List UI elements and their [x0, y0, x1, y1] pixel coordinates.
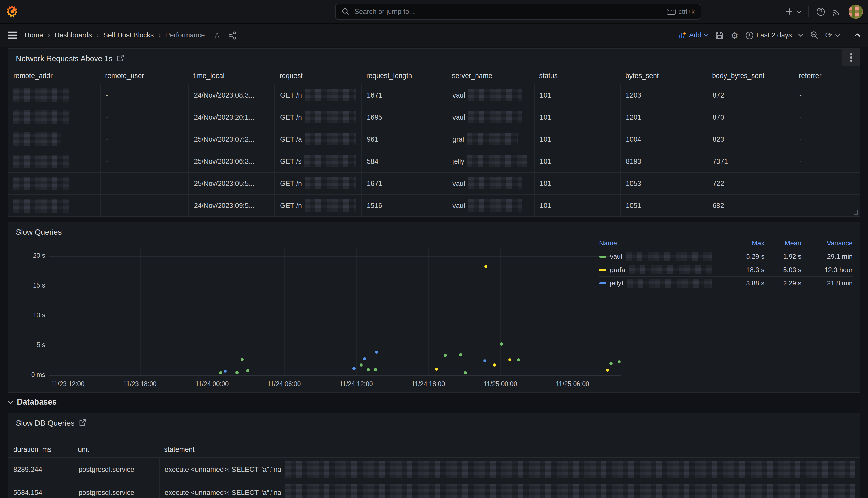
table-header-row: duration_msunitstatement [8, 441, 860, 457]
data-point-vaul[interactable] [374, 368, 377, 371]
data-point-vaul[interactable] [246, 369, 249, 372]
redacted-content [467, 133, 518, 145]
redacted-content [304, 133, 356, 145]
data-point-jellyf[interactable] [224, 370, 227, 373]
panel-menu-button[interactable] [842, 49, 860, 66]
data-point-jellyf[interactable] [375, 351, 378, 354]
column-header-request_length[interactable]: request_length [361, 67, 447, 84]
data-point-vaul[interactable] [444, 353, 447, 356]
panel-title[interactable]: Network Requests Above 1s [16, 54, 113, 62]
legend-series-name[interactable]: jellyf [599, 279, 728, 288]
column-header-remote_user[interactable]: remote_user [100, 67, 188, 84]
menu-icon[interactable] [8, 31, 17, 39]
external-link-icon[interactable] [79, 419, 86, 426]
redacted-content [304, 199, 356, 211]
cell: GET /n [274, 106, 361, 128]
slow-db-table: duration_msunitstatement8289.244postgres… [8, 441, 860, 498]
series-color-pill [599, 255, 606, 258]
column-header-status[interactable]: status [534, 67, 620, 84]
redacted-content [304, 155, 356, 167]
data-point-vaul[interactable] [240, 357, 243, 361]
zoom-out-icon[interactable] [810, 31, 818, 40]
cell: 5684.154 [8, 481, 73, 498]
star-icon[interactable]: ☆ [213, 30, 221, 40]
add-button[interactable]: Add [678, 31, 709, 39]
settings-icon[interactable]: ⚙ [731, 30, 739, 40]
column-header-remote_addr[interactable]: remote_addr [8, 67, 100, 84]
column-header-server_name[interactable]: server_name [447, 67, 534, 84]
legend-column-max[interactable]: Max [728, 239, 764, 247]
data-point-grafa[interactable] [493, 364, 496, 367]
data-point-jellyf[interactable] [483, 359, 486, 363]
refresh-button[interactable]: ⟳ [825, 30, 840, 40]
x-axis-tick: 11/24 06:00 [267, 380, 301, 388]
breadcrumb-item[interactable]: Home [25, 31, 43, 39]
help-icon[interactable] [816, 7, 825, 16]
breadcrumb-item[interactable]: Self Host Blocks [103, 31, 154, 39]
x-axis-tick: 11/25 06:00 [556, 380, 589, 388]
news-icon[interactable] [832, 7, 841, 16]
cell: 870 [707, 106, 794, 128]
refresh-icon: ⟳ [825, 30, 832, 40]
data-point-vaul[interactable] [367, 368, 370, 371]
legend-column-variance[interactable]: Variance [801, 239, 853, 247]
cell: 7371 [707, 150, 794, 172]
panel-slow-queries: Slow Queries 0 ms5 s10 s15 s20 s11/23 12… [8, 222, 860, 393]
cell: GET /n [274, 195, 361, 216]
column-header-duration_ms[interactable]: duration_ms [8, 441, 73, 457]
cell: 1516 [361, 195, 447, 216]
data-point-vaul[interactable] [517, 358, 520, 362]
data-point-grafa[interactable] [485, 265, 488, 268]
cell: graf [447, 128, 534, 150]
panel-header[interactable]: Slow DB Queries [8, 413, 860, 432]
data-point-vaul[interactable] [236, 371, 239, 374]
section-row-databases[interactable]: Databases [8, 397, 57, 407]
data-point-jellyf[interactable] [363, 357, 366, 360]
save-icon[interactable] [715, 31, 724, 40]
panel-resize-handle[interactable] [854, 210, 858, 214]
legend-series-name[interactable]: grafa [599, 265, 728, 274]
legend-column-name[interactable]: Name [599, 239, 728, 247]
collapse-toolbar-icon[interactable] [854, 34, 860, 37]
data-point-vaul[interactable] [609, 362, 612, 365]
redacted-content [468, 177, 522, 189]
grafana-logo-icon[interactable] [5, 5, 19, 18]
cell: 101 [534, 150, 620, 172]
time-range-picker[interactable]: Last 2 days [745, 31, 803, 39]
column-header-unit[interactable]: unit [73, 441, 159, 457]
search-input[interactable] [353, 7, 663, 16]
external-link-icon[interactable] [117, 54, 124, 62]
legend-column-mean[interactable]: Mean [764, 239, 801, 247]
redacted-content [627, 279, 712, 288]
data-point-vaul[interactable] [500, 342, 503, 345]
data-point-vaul[interactable] [464, 371, 467, 374]
search-box[interactable]: ctrl+k [335, 4, 701, 19]
column-header-referrer[interactable]: referrer [794, 67, 860, 84]
share-icon[interactable] [228, 31, 236, 39]
cell: 101 [534, 106, 620, 128]
panel-title[interactable]: Slow DB Queries [16, 418, 74, 427]
data-point-grafa[interactable] [435, 368, 438, 371]
panel-header[interactable]: Network Requests Above 1s [8, 49, 860, 67]
breadcrumb-item[interactable]: Dashboards [55, 31, 92, 39]
data-point-vaul[interactable] [618, 361, 621, 364]
cell-text: vaul [452, 113, 465, 121]
data-point-vaul[interactable] [360, 364, 363, 367]
cell: 24/Nov/2023:08:3... [188, 84, 274, 106]
column-header-request[interactable]: request [274, 67, 361, 84]
column-header-statement[interactable]: statement [159, 441, 860, 457]
new-button[interactable] [785, 8, 801, 15]
data-point-vaul[interactable] [459, 353, 462, 356]
data-point-grafa[interactable] [606, 368, 609, 371]
cell: 101 [534, 128, 620, 150]
column-header-body_bytes_sent[interactable]: body_bytes_sent [707, 67, 794, 84]
data-point-vaul[interactable] [219, 371, 222, 374]
column-header-bytes_sent[interactable]: bytes_sent [620, 67, 707, 84]
x-axis-tick: 11/23 12:00 [51, 380, 84, 388]
avatar[interactable] [849, 4, 863, 19]
data-point-grafa[interactable] [508, 358, 512, 362]
column-header-time_local[interactable]: time_local [188, 67, 274, 84]
data-point-jellyf[interactable] [352, 367, 355, 370]
legend-series-name[interactable]: vaul [599, 252, 728, 261]
redacted-content [13, 154, 69, 168]
